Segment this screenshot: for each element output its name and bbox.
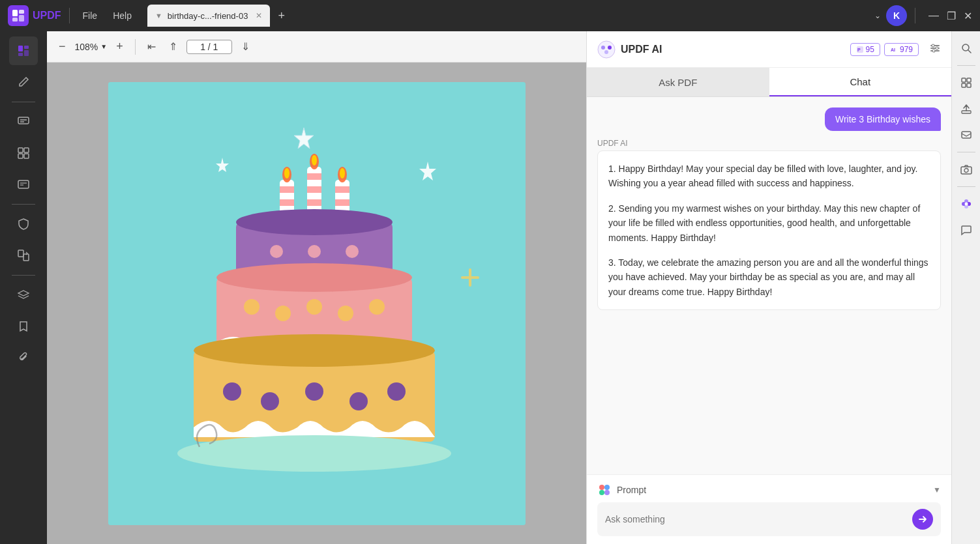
- dropdown-icon[interactable]: ⌄: [874, 11, 881, 20]
- svg-rect-0: [12, 10, 18, 16]
- svg-rect-11: [18, 148, 23, 152]
- sidebar-btn-layers[interactable]: [9, 281, 38, 309]
- svg-rect-13: [18, 154, 23, 158]
- sidebar-btn-convert[interactable]: [9, 241, 38, 270]
- toolbar-sep: [135, 39, 136, 55]
- svg-point-56: [223, 382, 241, 401]
- maximize-btn[interactable]: ❐: [947, 10, 956, 22]
- svg-point-58: [305, 382, 323, 401]
- svg-point-81: [599, 485, 604, 490]
- prompt-input-row: [597, 502, 941, 536]
- camera-icon: [960, 164, 972, 175]
- sidebar-btn-comment[interactable]: [9, 107, 38, 136]
- svg-line-86: [968, 50, 971, 53]
- right-sidebar: [951, 31, 980, 544]
- add-tab-btn[interactable]: +: [273, 7, 290, 25]
- rsb-sep-3: [957, 186, 975, 187]
- sidebar-btn-protect[interactable]: [9, 210, 38, 238]
- svg-point-68: [598, 41, 615, 58]
- svg-rect-26: [461, 276, 479, 279]
- menu-help[interactable]: Help: [108, 8, 137, 23]
- rsb-search-btn[interactable]: [955, 36, 978, 60]
- svg-point-51: [338, 306, 353, 321]
- chat-area[interactable]: Write 3 Birthday wishes UPDF AI 1. Happy…: [587, 97, 951, 474]
- svg-text:P: P: [857, 48, 861, 52]
- svg-point-41: [236, 209, 393, 235]
- nav-first-btn[interactable]: ⇤: [143, 38, 160, 55]
- minimize-btn[interactable]: —: [928, 10, 939, 21]
- rsb-ai-btn[interactable]: [955, 192, 978, 216]
- svg-point-36: [312, 155, 317, 165]
- chat-icon: [960, 224, 972, 236]
- logo-icon: [8, 5, 29, 26]
- sidebar-btn-organize[interactable]: [9, 139, 38, 167]
- prompt-label: Prompt: [617, 485, 928, 495]
- ai-credits: P 95 AI 979: [850, 43, 919, 56]
- app-logo: UPDF: [8, 5, 61, 26]
- ai-label: UPDF AI: [597, 139, 941, 148]
- close-btn[interactable]: ✕: [964, 10, 972, 22]
- svg-rect-91: [962, 111, 971, 113]
- svg-rect-8: [18, 117, 29, 124]
- zoom-in-btn[interactable]: +: [112, 37, 127, 56]
- sidebar-btn-edit[interactable]: [9, 68, 38, 96]
- nav-last-btn[interactable]: ⇓: [237, 38, 254, 55]
- sidebar-btn-form[interactable]: [9, 170, 38, 199]
- rsb-share-btn[interactable]: [955, 123, 978, 147]
- ai-tabs: Ask PDF Chat: [587, 68, 951, 97]
- active-tab[interactable]: ▼ birthday-c...-friend-03 ✕: [147, 5, 270, 27]
- svg-point-43: [308, 245, 321, 258]
- zoom-dropdown-icon: ▼: [100, 43, 107, 50]
- svg-point-50: [306, 299, 322, 315]
- export-icon: [960, 103, 972, 115]
- tab-ask-pdf[interactable]: Ask PDF: [587, 68, 769, 96]
- nav-prev-btn[interactable]: ⇑: [165, 38, 181, 55]
- sidebar-btn-attach[interactable]: [9, 343, 38, 372]
- tab-close-btn[interactable]: ✕: [256, 11, 262, 20]
- svg-point-57: [261, 392, 279, 410]
- sidebar-sep-2: [12, 204, 35, 205]
- svg-rect-3: [12, 18, 18, 21]
- zoom-out-btn[interactable]: −: [55, 37, 70, 56]
- rsb-chat-btn[interactable]: [955, 218, 978, 242]
- svg-rect-6: [24, 50, 29, 56]
- view-icon: [16, 44, 31, 58]
- prompt-dropdown-icon[interactable]: ▼: [933, 485, 941, 494]
- svg-rect-92: [962, 132, 971, 138]
- ai-response-container: UPDF AI 1. Happy Birthday! May your spec…: [597, 139, 941, 310]
- svg-point-59: [349, 392, 368, 410]
- ai-credits-badge: AI 979: [884, 43, 919, 56]
- svg-point-94: [964, 169, 968, 173]
- birthday-card: [108, 82, 526, 525]
- settings-icon[interactable]: [929, 42, 941, 57]
- svg-point-52: [369, 299, 385, 315]
- svg-point-71: [604, 50, 608, 54]
- prompt-input[interactable]: [605, 514, 907, 524]
- ai-credits-count: 979: [900, 45, 913, 54]
- ai-response-3: 3. Today, we celebrate the amazing perso…: [608, 255, 930, 299]
- svg-rect-4: [18, 46, 23, 51]
- svg-rect-14: [24, 154, 29, 158]
- rsb-camera-btn[interactable]: [955, 158, 978, 181]
- page-display[interactable]: 1 / 1: [186, 40, 232, 54]
- titlebar-right: ⌄ K — ❐ ✕: [874, 5, 972, 26]
- zoom-selector[interactable]: 108% ▼: [75, 42, 108, 52]
- svg-point-61: [177, 435, 451, 472]
- send-button[interactable]: [912, 509, 933, 530]
- pdf-credits-count: 95: [866, 45, 874, 54]
- pdf-area: − 108% ▼ + ⇤ ⇑ 1 / 1 ⇓: [47, 31, 586, 544]
- menu-file[interactable]: File: [78, 8, 103, 23]
- ai-response-1: 1. Happy Birthday! May your special day …: [608, 162, 930, 191]
- svg-point-78: [932, 44, 934, 47]
- search-icon: [960, 42, 972, 54]
- tab-title: birthday-c...-friend-03: [168, 11, 248, 21]
- rsb-export-btn[interactable]: [955, 97, 978, 121]
- zoom-level: 108%: [75, 42, 98, 52]
- ai-title: UPDF AI: [621, 44, 845, 55]
- tab-chat[interactable]: Chat: [769, 68, 952, 96]
- rsb-ocr-btn[interactable]: [955, 71, 978, 94]
- sidebar-btn-view[interactable]: [9, 36, 38, 65]
- svg-point-44: [346, 245, 359, 258]
- sidebar-btn-bookmark[interactable]: [9, 312, 38, 341]
- avatar: K: [886, 5, 907, 26]
